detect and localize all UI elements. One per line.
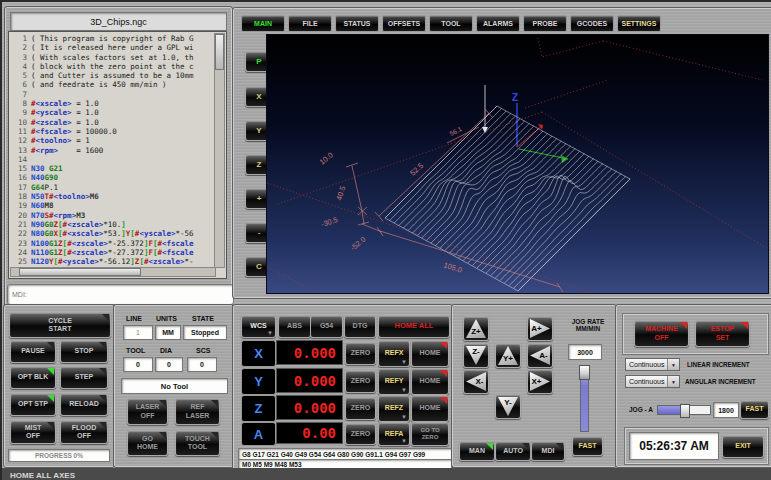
horizontal-scrollbar[interactable]	[10, 267, 216, 277]
laser-button[interactable]: LASER OFF	[127, 398, 168, 425]
jog-x-plus-button[interactable]: X+	[527, 369, 553, 394]
led-icon	[47, 368, 54, 375]
gcode-editor[interactable]: 1( This program is copyright of Rab G2( …	[8, 31, 227, 279]
jog-rate-slider[interactable]	[580, 366, 589, 432]
jog-a-plus-button[interactable]: A+	[527, 316, 553, 341]
jog-a-slider[interactable]	[657, 405, 711, 415]
wcs-button[interactable]: WCS ▼	[241, 315, 276, 338]
units-label: UNITS	[156, 315, 177, 322]
go-home-button[interactable]: GO HOME	[127, 430, 168, 456]
dim-x-span: 105.0	[442, 260, 463, 274]
code-line: 4( block with the zero point at the c	[10, 62, 215, 71]
vertical-scrollbar[interactable]	[214, 33, 225, 268]
optional-block-button[interactable]: OPT BLK	[10, 366, 56, 389]
zero-x-button[interactable]: ZERO	[345, 342, 376, 365]
machine-off-button[interactable]: MACHINE OFF	[634, 320, 689, 347]
jog-x-minus-button[interactable]: X-	[463, 369, 489, 394]
tab-status[interactable]: STATUS	[335, 15, 379, 32]
jog-a-fast-button[interactable]: FAST	[740, 400, 769, 419]
dimension-labels: 10.0 40.5 -30.5 -52.0 105.0 52.5 56.1	[318, 125, 463, 275]
scroll-thumb[interactable]	[19, 268, 141, 276]
status-info-panel: LINE UNITS STATE 1 MM Stopped TOOL DIA S…	[114, 305, 233, 467]
origin-axes: Z	[512, 92, 568, 163]
angular-increment-label: ANGULAR INCREMENT	[685, 378, 756, 385]
tab-main[interactable]: MAIN	[241, 15, 285, 32]
ref-z-button[interactable]: REFZ ▼	[378, 395, 410, 422]
zero-a-button[interactable]: ZERO	[345, 423, 376, 445]
touch-tool-button[interactable]: TOUCH TOOL	[175, 430, 220, 456]
led-icon	[440, 397, 447, 404]
home-z-button[interactable]: HOME	[411, 395, 449, 422]
jog-y-minus-button[interactable]: Y-	[495, 394, 521, 419]
zero-y-button[interactable]: ZERO	[345, 370, 376, 393]
clock-display: 05:26:37 AM	[629, 432, 719, 460]
tool-name: No Tool	[121, 378, 228, 394]
dtg-button[interactable]: DTG	[344, 315, 376, 338]
ref-x-button[interactable]: REFX ▼	[378, 340, 410, 367]
gremlin-3d-preview[interactable]: Z	[266, 34, 769, 294]
jog-fast-button[interactable]: FAST	[572, 436, 603, 456]
chevron-down-icon: ▼	[667, 359, 679, 370]
dro-value-a: 0.00	[276, 422, 343, 444]
cycle-start-button[interactable]: CYCLE START	[9, 312, 111, 338]
mdi-mode-button[interactable]: MDI	[531, 441, 565, 461]
scroll-thumb[interactable]	[215, 34, 224, 70]
led-icon	[99, 342, 106, 349]
ref-laser-button[interactable]: REF LASER	[175, 398, 220, 425]
auto-mode-button[interactable]: AUTO	[495, 441, 531, 461]
jog-z-plus-button[interactable]: Z+	[463, 316, 489, 341]
reload-button[interactable]: RELOAD	[60, 393, 108, 416]
tab-file[interactable]: FILE	[288, 15, 332, 32]
stop-button[interactable]: STOP	[60, 340, 108, 363]
dim-y-offset: -52.0	[349, 235, 368, 253]
optional-stop-button[interactable]: OPT STP	[10, 393, 56, 416]
code-line: 8#<xscale> = 1.0	[10, 99, 215, 108]
state-value: Stopped	[183, 325, 227, 340]
flood-button[interactable]: FLOOD OFF	[60, 420, 108, 444]
tab-tool[interactable]: TOOL	[429, 15, 473, 32]
jog-panel: Z+ A+ Z- Y+ A- X- X+ Y- JOG RATE MM/MIN …	[452, 305, 616, 467]
code-line: 14	[10, 155, 215, 164]
mist-button[interactable]: MIST OFF	[10, 420, 56, 444]
pause-button[interactable]: PAUSE	[10, 340, 56, 363]
angular-increment-select[interactable]: Continuous ▼	[625, 375, 680, 388]
code-line: 19N60M8	[10, 201, 215, 210]
tab-gcodes[interactable]: GCODES	[570, 15, 614, 32]
dro-value-x: 0.000	[276, 340, 343, 365]
dim-y-pos: 56.1	[448, 125, 463, 137]
jog-y-plus-button[interactable]: Y+	[495, 343, 521, 368]
tab-probe[interactable]: PROBE	[523, 15, 567, 32]
linear-increment-select[interactable]: Continuous ▼	[625, 358, 680, 371]
led-icon	[47, 422, 54, 429]
estop-button[interactable]: ESTOP SET	[695, 320, 750, 347]
zero-z-button[interactable]: ZERO	[345, 397, 376, 420]
home-all-button[interactable]: HOME ALL	[378, 315, 450, 338]
tab-settings[interactable]: SETTINGS	[617, 15, 661, 32]
home-x-button[interactable]: HOME	[411, 340, 449, 367]
jog-z-minus-button[interactable]: Z-	[463, 343, 489, 368]
manual-mode-button[interactable]: MAN	[459, 441, 495, 461]
go-to-zero-a-button[interactable]: GO TO ZERO	[411, 422, 449, 446]
mdi-input[interactable]: MDI:	[7, 284, 234, 305]
editor-panel: 3D_Chips.ngc 1( This program is copyrigh…	[5, 7, 232, 307]
tab-alarms[interactable]: ALARMS	[476, 15, 520, 32]
g54-button[interactable]: G54	[310, 315, 343, 338]
abs-button[interactable]: ABS	[278, 315, 311, 338]
slider-handle[interactable]	[579, 365, 590, 380]
slider-handle[interactable]	[680, 404, 690, 418]
step-button[interactable]: STEP	[60, 366, 108, 389]
led-icon	[99, 422, 106, 429]
code-line: 15N30 G21	[10, 164, 215, 173]
code-line: 9#<yscale> = 1.0	[10, 108, 215, 117]
ref-y-button[interactable]: REFY ▼	[378, 368, 410, 395]
jog-a-value: 1800	[713, 402, 739, 418]
home-y-button[interactable]: HOME	[411, 368, 449, 395]
jog-a-minus-button[interactable]: A-	[527, 343, 553, 368]
jog-left-arrow-icon: X-	[466, 372, 486, 391]
exit-button[interactable]: EXIT	[722, 435, 764, 458]
tab-offsets[interactable]: OFFSETS	[382, 15, 426, 32]
ref-a-button[interactable]: REFA ▼	[378, 422, 410, 446]
code-line: 23N100G1Z[#<zscale>*-25.372]F[#<fscale	[10, 239, 215, 248]
chevron-down-icon: ▼	[667, 376, 679, 387]
code-line: 2( It is released here under a GPL wi	[10, 43, 215, 52]
